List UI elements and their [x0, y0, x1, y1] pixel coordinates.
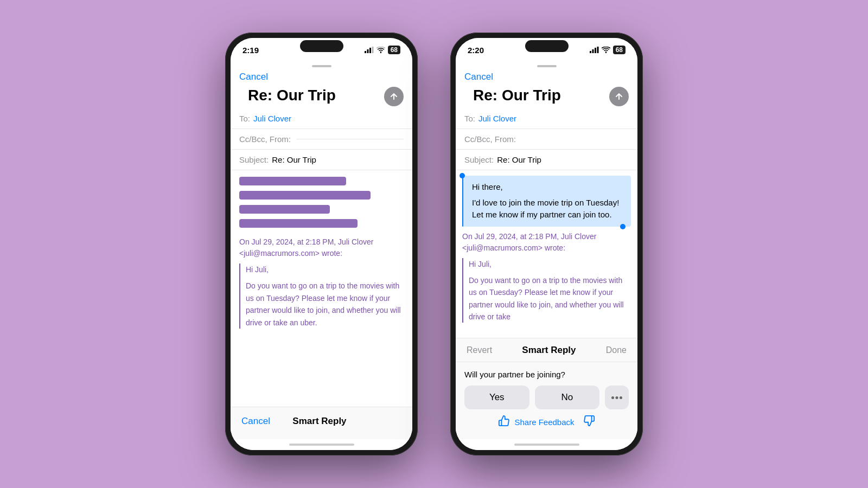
feedback-text[interactable]: Share Feedback: [514, 418, 574, 427]
done-button[interactable]: Done: [606, 345, 627, 355]
to-value-right[interactable]: Juli Clover: [478, 114, 516, 123]
bar-2: [239, 191, 371, 200]
smart-reply-label: Smart Reply: [522, 345, 576, 356]
phone-right: 2:20 68 Cancel: [450, 33, 643, 455]
bar-4: [239, 219, 358, 228]
reply-body: I'd love to join the movie trip on Tuesd…: [469, 197, 624, 221]
email-title-left: Re: Our Trip: [239, 85, 344, 108]
send-icon-right: [615, 92, 623, 101]
signal-icon-left: [365, 47, 374, 53]
ccbcc-label-right: Cc/Bcc, From:: [464, 134, 516, 144]
svg-rect-0: [365, 51, 366, 53]
svg-rect-3: [372, 47, 373, 53]
smart-reply-toolbar: Revert Smart Reply Done: [456, 338, 637, 362]
svg-rect-7: [597, 47, 598, 53]
more-icon: [611, 396, 622, 399]
quoted-greeting-left: Hi Juli,: [246, 264, 404, 275]
smart-reply-options: Yes No: [464, 386, 629, 409]
feedback-row: Share Feedback: [464, 409, 629, 432]
selection-bar: [462, 176, 463, 227]
quoted-body-left: Do you want to go on a trip to the movie…: [246, 280, 404, 329]
battery-left: 68: [388, 46, 400, 54]
home-bar-left: [289, 444, 354, 446]
quoted-header-left: On Jul 29, 2024, at 2:18 PM, Juli Clover…: [239, 236, 404, 259]
subject-value-left: Re: Our Trip: [272, 155, 316, 164]
smart-reply-panel: Will your partner be joining? Yes No: [456, 362, 637, 439]
to-field-right: To: Juli Clover: [456, 108, 637, 129]
quoted-body-right: Do you want to go on a trip to the movie…: [469, 274, 631, 323]
phone-left: 2:19 68: [225, 33, 418, 455]
send-icon-left: [390, 92, 398, 101]
placeholder-bars: [239, 177, 404, 228]
status-time-left: 2:19: [242, 46, 259, 55]
email-compose-right: Cancel Re: Our Trip To: Juli Clover Cc/B…: [456, 62, 637, 450]
quoted-text-right: Hi Juli, Do you want to go on a trip to …: [462, 258, 631, 323]
toolbar-smart-reply-left: Smart Reply: [292, 416, 346, 427]
email-body-left[interactable]: On Jul 29, 2024, at 2:18 PM, Juli Clover…: [231, 170, 412, 407]
selection-handle-bottom: [620, 224, 626, 229]
subject-label-left: Subject:: [239, 155, 269, 164]
subject-label-right: Subject:: [464, 155, 494, 164]
ccbcc-label-left: Cc/Bcc, From:: [239, 134, 291, 144]
svg-point-9: [616, 396, 618, 399]
cancel-button-right[interactable]: Cancel: [464, 72, 493, 82]
home-bar-right: [514, 444, 579, 446]
compose-header-left: Cancel: [231, 67, 412, 85]
to-field-left: To: Juli Clover: [231, 108, 412, 129]
email-title-right: Re: Our Trip: [464, 85, 570, 108]
ccbcc-field-right[interactable]: Cc/Bcc, From:: [456, 129, 637, 150]
to-label-left: To:: [239, 114, 250, 123]
quoted-text-left: Hi Juli, Do you want to go on a trip to …: [239, 264, 404, 329]
selected-text-area: Hi there, I'd love to join the movie tri…: [462, 176, 631, 227]
bar-1: [239, 177, 346, 185]
home-indicator-right: [456, 439, 637, 450]
compose-header-right: Cancel: [456, 67, 637, 85]
status-icons-right: 68: [590, 46, 626, 54]
quoted-greeting-right: Hi Juli,: [469, 258, 631, 270]
email-body-right[interactable]: Hi there, I'd love to join the movie tri…: [456, 170, 637, 338]
send-button-left[interactable]: [384, 87, 404, 106]
reply-no-button[interactable]: No: [535, 386, 600, 409]
subject-value-right: Re: Our Trip: [497, 155, 541, 164]
done-label: Done: [606, 345, 627, 355]
toolbar-cancel-left[interactable]: Cancel: [241, 416, 270, 427]
svg-rect-4: [590, 51, 591, 53]
reply-greeting: Hi there,: [469, 181, 624, 194]
status-time-right: 2:20: [468, 46, 484, 55]
revert-label: Revert: [467, 345, 492, 355]
signal-icon-right: [590, 47, 599, 53]
dynamic-island-left: [300, 40, 343, 52]
thumbs-down-icon[interactable]: [583, 415, 595, 429]
bar-3: [239, 205, 330, 214]
email-compose-left: Cancel Re: Our Trip To: Juli Clover Cc/B…: [231, 62, 412, 450]
svg-point-10: [620, 396, 622, 399]
send-button-right[interactable]: [609, 87, 629, 106]
cancel-button-left[interactable]: Cancel: [239, 72, 268, 82]
subject-row-right: Subject: Re: Our Trip: [456, 150, 637, 170]
home-indicator-left: [231, 439, 412, 450]
to-value-left[interactable]: Juli Clover: [253, 114, 291, 123]
svg-rect-2: [369, 48, 371, 53]
dynamic-island-right: [525, 40, 569, 52]
svg-rect-1: [367, 49, 368, 53]
reply-yes-button[interactable]: Yes: [464, 386, 529, 409]
svg-rect-5: [592, 49, 593, 53]
quoted-header-right: On Jul 29, 2024, at 2:18 PM, Juli Clover…: [462, 231, 631, 254]
status-icons-left: 68: [365, 46, 400, 54]
reply-more-button[interactable]: [605, 386, 629, 409]
wifi-icon-left: [376, 47, 385, 53]
title-row-right: Re: Our Trip: [456, 85, 637, 108]
ccbcc-field-left[interactable]: Cc/Bcc, From:: [231, 129, 412, 150]
bottom-toolbar-left: Cancel Smart Reply: [231, 407, 412, 439]
wifi-icon-right: [602, 47, 610, 53]
smart-reply-question: Will your partner be joining?: [464, 370, 629, 379]
title-row-left: Re: Our Trip: [231, 85, 412, 108]
battery-right: 68: [613, 46, 626, 54]
subject-row-left: Subject: Re: Our Trip: [231, 150, 412, 170]
svg-rect-6: [595, 48, 596, 53]
to-label-right: To:: [464, 114, 475, 123]
thumbs-up-icon[interactable]: [498, 415, 510, 429]
revert-button[interactable]: Revert: [467, 345, 492, 355]
svg-point-8: [611, 396, 614, 399]
